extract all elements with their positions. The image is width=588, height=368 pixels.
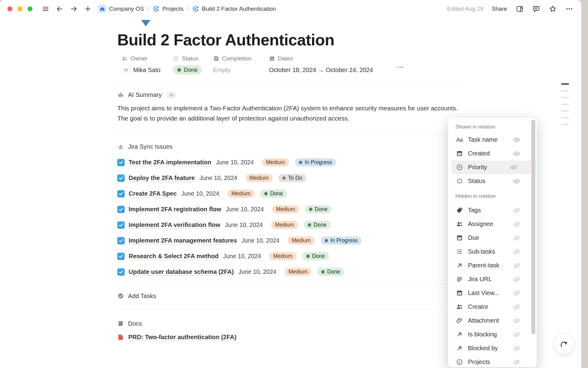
eye-icon[interactable]	[512, 177, 521, 186]
popup-item-blocked-by[interactable]: Blocked by	[448, 341, 537, 355]
popup-item-priority[interactable]: Priority	[451, 160, 534, 174]
property-dates-label[interactable]: Dates	[269, 55, 465, 62]
share-button[interactable]: Share	[492, 6, 507, 12]
priority-pill[interactable]: Medium	[269, 252, 296, 260]
status-pill[interactable]: To Do	[278, 174, 306, 182]
task-title-link[interactable]: Implement 2FA registration flow	[129, 206, 221, 213]
close-window-button[interactable]	[7, 6, 12, 11]
status-pill[interactable]: In Progress	[321, 236, 362, 245]
ai-summary-body[interactable]: This project aims to implement a Two-Fac…	[117, 103, 465, 123]
priority-pill[interactable]: Medium	[272, 205, 299, 213]
popup-item-due[interactable]: Due	[448, 231, 537, 245]
checkbox-checked-icon[interactable]	[117, 253, 125, 260]
priority-pill[interactable]: Medium	[285, 268, 311, 276]
more-options-icon[interactable]	[565, 5, 573, 13]
checkbox-checked-icon[interactable]	[117, 190, 125, 197]
eye-off-icon[interactable]	[512, 247, 521, 256]
checkbox-checked-icon[interactable]	[117, 159, 125, 166]
task-title-link[interactable]: Create 2FA Spec	[129, 190, 177, 197]
popup-item-last-view[interactable]: Last View...	[448, 286, 537, 300]
more-properties-icon[interactable]	[395, 63, 406, 71]
task-title-link[interactable]: Test the 2FA implementation	[129, 159, 211, 166]
breadcrumb-item-projects[interactable]: Projects	[152, 5, 183, 13]
eye-off-icon[interactable]	[512, 206, 521, 215]
popup-item-assignee[interactable]: Assignee	[448, 217, 537, 231]
eye-off-icon[interactable]	[512, 358, 521, 366]
eye-off-icon[interactable]	[512, 234, 521, 242]
checkbox-checked-icon[interactable]	[117, 174, 125, 182]
eye-off-icon[interactable]	[512, 220, 521, 228]
checkbox-checked-icon[interactable]	[117, 237, 125, 244]
breadcrumb-item-company-os[interactable]: Company OS	[98, 5, 144, 13]
popup-scrollbar[interactable]	[531, 120, 535, 334]
doc-link-row[interactable]: PRD: Two-factor authentication (2FA)	[117, 334, 465, 341]
priority-pill[interactable]: Medium	[262, 158, 289, 167]
popup-item-creator[interactable]: Creator	[448, 300, 537, 314]
task-date[interactable]: June 10, 2024	[223, 253, 261, 260]
property-dates-value[interactable]: October 18, 2024 → October 24, 2024	[269, 65, 465, 75]
popup-item-attachment[interactable]: Attachment	[448, 314, 537, 328]
popup-item-jira-url[interactable]: Jira URL	[448, 272, 537, 286]
status-pill[interactable]: Done	[305, 205, 332, 213]
eye-icon[interactable]	[512, 149, 521, 158]
popup-item-projects[interactable]: Projects	[448, 355, 537, 367]
comments-icon[interactable]	[532, 5, 540, 13]
priority-pill[interactable]: Medium	[246, 174, 273, 182]
back-icon[interactable]	[56, 5, 64, 13]
jira-sync-header[interactable]: Jira Sync Issues	[117, 143, 465, 150]
property-status-label[interactable]: Status	[173, 55, 213, 62]
add-tasks-row[interactable]: Add Tasks	[117, 291, 465, 301]
task-title-link[interactable]: Research & Select 2FA method	[129, 253, 219, 260]
task-title-link[interactable]: Deploy the 2FA feature	[129, 174, 195, 182]
forward-icon[interactable]	[70, 5, 78, 13]
favorite-star-icon[interactable]	[548, 5, 557, 13]
priority-pill[interactable]: Medium	[228, 190, 254, 198]
side-panel-icon[interactable]	[515, 5, 524, 13]
property-completion-label[interactable]: Completion	[213, 55, 269, 62]
task-title-link[interactable]: Implement 2FA management features	[129, 237, 237, 244]
popup-item-created[interactable]: Created	[448, 147, 537, 160]
popup-item-task-name[interactable]: AaTask name	[448, 133, 537, 147]
checkbox-checked-icon[interactable]	[117, 206, 125, 213]
eye-off-icon[interactable]	[512, 316, 521, 325]
priority-pill[interactable]: Medium	[271, 221, 298, 229]
popup-item-is-blocking[interactable]: Is blocking	[448, 328, 537, 341]
property-status-value[interactable]: Done	[173, 65, 213, 75]
task-date[interactable]: June 10, 2024	[181, 190, 219, 197]
task-title-link[interactable]: Update user database schema (2FA)	[129, 268, 234, 275]
minimize-window-button[interactable]	[17, 6, 22, 11]
task-date[interactable]: June 10, 2024	[242, 237, 280, 244]
eye-off-icon[interactable]	[512, 303, 521, 311]
checkbox-checked-icon[interactable]	[117, 221, 125, 229]
page-title[interactable]: Build 2 Factor Authentication	[117, 31, 465, 49]
task-date[interactable]: June 10, 2024	[238, 268, 276, 275]
doc-link[interactable]: PRD: Two-factor authentication (2FA)	[128, 334, 236, 341]
eye-icon[interactable]	[512, 136, 521, 144]
eye-off-icon[interactable]	[512, 275, 521, 284]
popup-item-tags[interactable]: Tags	[448, 203, 537, 217]
docs-header[interactable]: Docs	[117, 319, 465, 328]
status-pill[interactable]: Done	[260, 190, 287, 198]
status-pill[interactable]: In Progress	[295, 158, 336, 167]
breadcrumb-item-current-page[interactable]: Build 2 Factor Authentication	[192, 5, 276, 13]
popup-item-sub-tasks[interactable]: Sub-tasks	[448, 245, 537, 259]
property-owner-label[interactable]: Owner	[122, 55, 173, 62]
status-pill[interactable]: Done	[304, 221, 330, 229]
popup-item-parent-task[interactable]: Parent-task	[448, 259, 537, 272]
eye-off-icon[interactable]	[512, 330, 521, 339]
outline-indicator[interactable]	[561, 83, 569, 125]
property-completion-value[interactable]: Empty	[213, 65, 269, 75]
eye-off-icon[interactable]	[512, 344, 521, 353]
popup-item-status[interactable]: Status	[448, 174, 537, 188]
task-date[interactable]: June 10, 2024	[199, 174, 237, 182]
ai-summary-header[interactable]: AI Summary AI	[117, 91, 465, 98]
property-owner-value[interactable]: M Mika Sato	[122, 65, 173, 75]
status-pill[interactable]: Done	[302, 252, 329, 260]
eye-off-icon[interactable]	[512, 289, 521, 297]
task-title-link[interactable]: Implement 2FA verification flow	[129, 221, 220, 228]
task-date[interactable]: June 10, 2024	[226, 206, 264, 213]
priority-pill[interactable]: Medium	[288, 236, 315, 245]
eye-icon[interactable]	[509, 163, 518, 172]
zoom-window-button[interactable]	[28, 6, 32, 11]
eye-off-icon[interactable]	[512, 261, 521, 270]
